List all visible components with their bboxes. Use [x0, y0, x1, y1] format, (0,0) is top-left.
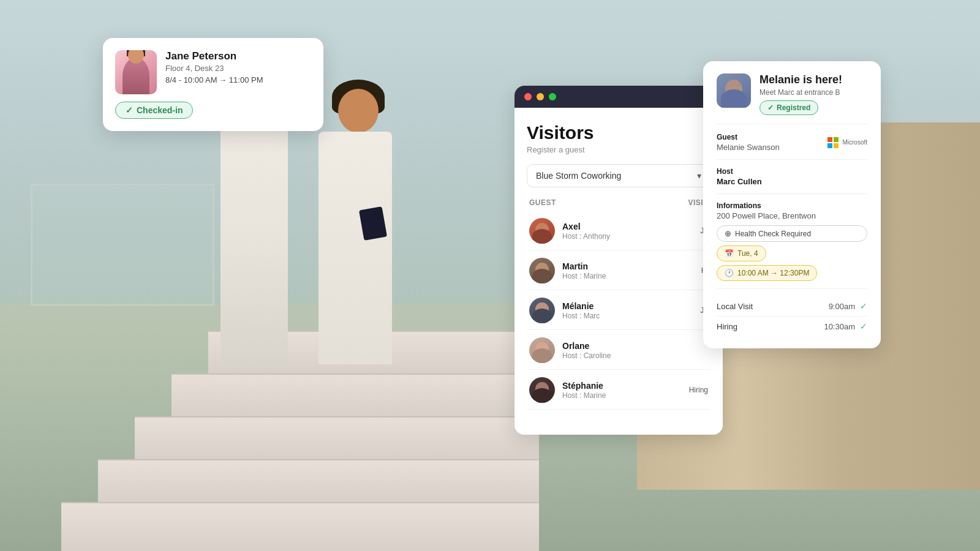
stephanie-avatar — [529, 377, 555, 403]
melanie-host: Host : Marc — [562, 312, 693, 320]
visitor-row[interactable]: Axel Host : Anthony Jo — [527, 212, 710, 250]
info-badges: ⊕ Health Check Required 📅 Tue, 4 🕐 10:00… — [717, 225, 867, 281]
melanie-avatar — [529, 298, 555, 323]
calendar-icon: 📅 — [725, 249, 734, 258]
melanie-info-section: Guest Melanie Swanson Microsoft Host Mar… — [717, 133, 867, 336]
time-label: 10:00 AM → 12:30PM — [737, 269, 809, 277]
microsoft-logo: Microsoft — [827, 137, 867, 148]
info-label: Informations — [717, 201, 867, 210]
chevron-down-icon: ▾ — [697, 171, 701, 181]
clock-icon: 🕐 — [725, 269, 734, 277]
visitor-list: Axel Host : Anthony Jo Martin Host : Mar… — [527, 212, 710, 425]
jane-peterson-card: Jane Peterson Floor 4, Desk 23 8/4 - 10:… — [103, 38, 323, 131]
visitors-subtitle: Register a guest — [527, 145, 710, 154]
melanie-notification-subtitle: Meet Marc at entrance B — [760, 88, 842, 97]
host-name: Marc Cullen — [717, 177, 867, 186]
time-badge: 🕐 10:00 AM → 12:30PM — [717, 265, 817, 281]
orlane-host: Host : Caroline — [562, 351, 701, 360]
melanie-info: Mélanie Host : Marc — [562, 301, 693, 320]
visitor-row[interactable]: Mélanie Host : Marc Jo — [527, 291, 710, 330]
stephanie-info: Stéphanie Host : Marine — [562, 381, 682, 400]
registered-label: Registred — [777, 103, 810, 112]
visitors-titlebar — [514, 86, 723, 108]
divider — [717, 159, 867, 160]
glass-railing — [31, 184, 214, 306]
martin-info: Martin Host : Marine — [562, 261, 694, 280]
axel-name: Axel — [562, 222, 693, 231]
melanie-notification-info: Melanie is here! Meet Marc at entrance B… — [760, 73, 842, 115]
host-group: Host Marc Cullen — [717, 167, 867, 186]
health-check-label: Health Check Required — [735, 230, 811, 238]
jane-card-header: Jane Peterson Floor 4, Desk 23 8/4 - 10:… — [115, 50, 309, 94]
orlane-name: Orlane — [562, 341, 701, 351]
hiring-visit-check: ✓ — [860, 321, 867, 331]
orlane-info: Orlane Host : Caroline — [562, 341, 701, 360]
local-visit-check: ✓ — [860, 301, 867, 311]
titlebar-dot-green — [549, 93, 556, 100]
visit-item-local: Local Visit 9:00am ✓ — [717, 296, 867, 317]
ms-label: Microsoft — [842, 139, 867, 146]
jane-location: Floor 4, Desk 23 — [165, 64, 309, 73]
axel-avatar — [529, 218, 555, 244]
informations-group: Informations 200 Powell Place, Brentwon … — [717, 201, 867, 281]
visitors-title: Visitors — [527, 122, 710, 143]
checked-in-label: Checked-in — [137, 105, 183, 115]
martin-host: Host : Marine — [562, 272, 694, 280]
guest-group: Guest Melanie Swanson Microsoft — [717, 133, 867, 152]
martin-avatar — [529, 258, 555, 283]
location-text: Blue Storm Coworking — [536, 171, 621, 181]
jane-details: Jane Peterson Floor 4, Desk 23 8/4 - 10:… — [165, 50, 309, 84]
col-guest: Guest — [529, 198, 556, 207]
visitors-panel[interactable]: Visitors Register a guest Blue Storm Cow… — [514, 86, 723, 435]
axel-info: Axel Host : Anthony — [562, 222, 693, 241]
health-check-badge: ⊕ Health Check Required — [717, 225, 867, 242]
date-label: Tue, 4 — [737, 249, 758, 258]
stephanie-name: Stéphanie — [562, 381, 682, 391]
local-visit-time: 9:00am — [829, 302, 855, 311]
divider — [717, 288, 867, 289]
stephanie-visit-type: Hiring — [689, 386, 708, 394]
host-label: Host — [717, 167, 867, 176]
hiring-visit-time: 10:30am — [824, 322, 855, 331]
visitor-row[interactable]: Martin Host : Marine Hi — [527, 252, 710, 290]
local-visit-name: Local Visit — [717, 302, 753, 311]
person-dark-hair — [312, 73, 404, 453]
visitor-row[interactable]: Stéphanie Host : Marine Hiring — [527, 371, 710, 410]
registered-badge: ✓ Registred — [760, 100, 818, 115]
registered-check-icon: ✓ — [767, 103, 774, 112]
melanie-notification-avatar — [717, 73, 751, 108]
guest-name: Melanie Swanson — [717, 143, 780, 152]
melanie-card-header: Melanie is here! Meet Marc at entrance B… — [717, 73, 867, 115]
health-icon: ⊕ — [725, 229, 731, 238]
guest-row: Guest Melanie Swanson Microsoft — [717, 133, 867, 152]
melanie-name: Mélanie — [562, 301, 693, 311]
visitor-row[interactable]: Orlane Host : Caroline — [527, 331, 710, 370]
titlebar-dot-red — [524, 93, 532, 100]
check-icon: ✓ — [126, 105, 133, 115]
martin-name: Martin — [562, 261, 694, 271]
orlane-avatar — [529, 337, 555, 363]
divider — [717, 124, 867, 124]
axel-host: Host : Anthony — [562, 232, 693, 241]
hiring-visit-name: Hiring — [717, 322, 737, 331]
checked-in-badge: ✓ Checked-in — [115, 102, 193, 119]
melanie-notification-card: Melanie is here! Meet Marc at entrance B… — [703, 61, 881, 348]
date-badge: 📅 Tue, 4 — [717, 246, 766, 261]
divider — [717, 193, 867, 194]
stephanie-host: Host : Marine — [562, 391, 682, 400]
visit-item-hiring: Hiring 10:30am ✓ — [717, 317, 867, 336]
jane-schedule: 8/4 - 10:00 AM → 11:00 PM — [165, 75, 309, 84]
jane-name: Jane Peterson — [165, 50, 309, 62]
table-header: Guest Visit — [527, 198, 710, 207]
location-dropdown[interactable]: Blue Storm Coworking ▾ — [527, 164, 710, 187]
melanie-notification-title: Melanie is here! — [760, 73, 842, 86]
date-time-badges: 📅 Tue, 4 🕐 10:00 AM → 12:30PM — [717, 246, 867, 281]
info-address: 200 Powell Place, Brentwon — [717, 211, 867, 220]
jane-avatar — [115, 50, 157, 94]
visitors-body: Visitors Register a guest Blue Storm Cow… — [514, 108, 723, 435]
titlebar-dot-yellow — [537, 93, 544, 100]
visit-list: Local Visit 9:00am ✓ Hiring 10:30am ✓ — [717, 296, 867, 336]
guest-label: Guest — [717, 133, 780, 141]
